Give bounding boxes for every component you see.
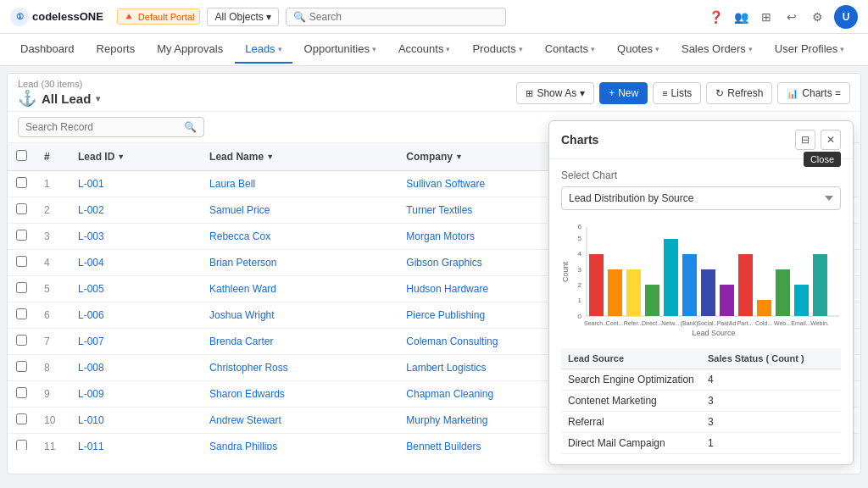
lists-button[interactable]: ≡ Lists <box>653 82 701 104</box>
list-title-arrow-icon[interactable]: ▾ <box>96 94 100 103</box>
users-icon[interactable]: 👥 <box>732 8 749 25</box>
row-checkbox[interactable] <box>16 335 27 346</box>
second-nav: Dashboard Reports My Approvals Leads ▾ O… <box>0 34 868 66</box>
plus-icon: + <box>609 87 615 99</box>
cell-lead-name[interactable]: Joshua Wright <box>201 302 398 329</box>
cell-checkbox[interactable] <box>8 434 36 451</box>
cell-lead-id[interactable]: L-004 <box>70 250 201 276</box>
cell-lead-id[interactable]: L-003 <box>70 224 201 250</box>
nav-quotes[interactable]: Quotes ▾ <box>607 36 670 64</box>
cell-checkbox[interactable] <box>8 250 36 276</box>
row-checkbox[interactable] <box>16 203 27 214</box>
nav-products[interactable]: Products ▾ <box>462 36 532 64</box>
svg-text:Webin.: Webin. <box>810 320 829 326</box>
nav-contacts[interactable]: Contacts ▾ <box>535 36 605 64</box>
cell-lead-name[interactable]: Kathleen Ward <box>201 276 398 302</box>
legend-source: Contenet Marketing <box>561 391 701 412</box>
global-search-input[interactable] <box>309 11 498 23</box>
cell-num: 3 <box>36 224 70 250</box>
cell-checkbox[interactable] <box>8 408 36 434</box>
chart-type-select[interactable]: Lead Distribution by Source Lead Distrib… <box>561 186 841 210</box>
cell-checkbox[interactable] <box>8 276 36 302</box>
nav-reports[interactable]: Reports <box>86 36 146 64</box>
cell-lead-id[interactable]: L-006 <box>70 302 201 329</box>
logo: ① codelessONE <box>10 8 103 26</box>
cell-lead-name[interactable]: Andrew Stewart <box>201 408 398 434</box>
cell-checkbox[interactable] <box>8 329 36 355</box>
nav-opportunities[interactable]: Opportunities ▾ <box>294 36 387 64</box>
cell-lead-id[interactable]: L-005 <box>70 276 201 302</box>
row-checkbox[interactable] <box>16 413 27 424</box>
new-button[interactable]: + New <box>599 82 648 104</box>
user-profiles-arrow-icon: ▾ <box>840 45 844 53</box>
search-icon: 🔍 <box>293 11 306 23</box>
row-checkbox[interactable] <box>16 256 27 267</box>
legend-source: Referral <box>561 412 701 433</box>
refresh-icon: ↻ <box>715 87 724 99</box>
select-all-checkbox[interactable] <box>16 150 27 161</box>
cell-checkbox[interactable] <box>8 224 36 250</box>
search-record-input[interactable] <box>25 121 181 133</box>
anchor-icon: ⚓ <box>18 89 36 108</box>
cell-checkbox[interactable] <box>8 381 36 408</box>
cell-lead-id[interactable]: L-009 <box>70 381 201 408</box>
cell-num: 5 <box>36 276 70 302</box>
cell-lead-id[interactable]: L-008 <box>70 355 201 381</box>
cell-lead-id[interactable]: L-001 <box>70 171 201 197</box>
row-checkbox[interactable] <box>16 440 27 450</box>
cell-lead-name[interactable]: Sharon Edwards <box>201 381 398 408</box>
cell-checkbox[interactable] <box>8 355 36 381</box>
col-lead-name[interactable]: Lead Name ▼ <box>201 143 398 171</box>
col-lead-id[interactable]: Lead ID ▼ <box>70 143 201 171</box>
global-search-bar[interactable]: 🔍 <box>286 8 506 26</box>
bar-chart-area: Count 0 1 2 3 4 5 6 Search... <box>561 219 841 340</box>
nav-accounts[interactable]: Accounts ▾ <box>388 36 460 64</box>
cell-checkbox[interactable] <box>8 171 36 197</box>
cell-lead-name[interactable]: Rebecca Cox <box>201 224 398 250</box>
row-checkbox[interactable] <box>16 361 27 372</box>
nav-user-profiles[interactable]: User Profiles ▾ <box>765 36 854 64</box>
cell-lead-name[interactable]: Brian Peterson <box>201 250 398 276</box>
svg-text:Direct...: Direct... <box>642 320 662 326</box>
sales-orders-arrow-icon: ▾ <box>748 45 753 53</box>
row-checkbox[interactable] <box>16 387 27 398</box>
cell-lead-name[interactable]: Laura Bell <box>201 171 398 197</box>
settings-icon[interactable]: ⚙ <box>809 8 826 25</box>
cell-lead-name[interactable]: Christopher Ross <box>201 355 398 381</box>
charts-button[interactable]: 📊 Charts = <box>777 82 850 104</box>
nav-sales-orders[interactable]: Sales Orders ▾ <box>671 36 763 64</box>
history-icon[interactable]: ↩ <box>783 8 800 25</box>
minimize-panel-button[interactable]: ⊟ <box>795 130 815 150</box>
refresh-button[interactable]: ↻ Refresh <box>706 82 772 104</box>
nav-approvals[interactable]: My Approvals <box>147 36 233 64</box>
cell-lead-name[interactable]: Samuel Price <box>201 197 398 224</box>
cell-checkbox[interactable] <box>8 197 36 224</box>
row-checkbox[interactable] <box>16 282 27 293</box>
all-objects-button[interactable]: All Objects ▾ <box>207 8 278 26</box>
svg-rect-34 <box>813 254 827 316</box>
grid-icon[interactable]: ⊞ <box>758 8 775 25</box>
cell-lead-name[interactable]: Sandra Phillips <box>201 434 398 451</box>
select-all-header[interactable] <box>8 143 36 171</box>
user-avatar[interactable]: U <box>834 5 858 29</box>
quotes-arrow-icon: ▾ <box>655 45 659 53</box>
cell-num: 2 <box>36 197 70 224</box>
help-icon[interactable]: ❓ <box>707 8 724 25</box>
cell-lead-id[interactable]: L-007 <box>70 329 201 355</box>
search-input-wrap[interactable]: 🔍 <box>18 117 204 137</box>
show-as-button[interactable]: ⊞ Show As ▾ <box>516 82 594 104</box>
nav-dashboard[interactable]: Dashboard <box>10 36 85 64</box>
row-checkbox[interactable] <box>16 308 27 319</box>
close-panel-button[interactable]: ✕ <box>821 130 841 150</box>
nav-leads[interactable]: Leads ▾ <box>235 36 292 64</box>
cell-lead-name[interactable]: Brenda Carter <box>201 329 398 355</box>
charts-header-actions: ⊟ ✕ Close <box>795 130 841 150</box>
cell-checkbox[interactable] <box>8 302 36 329</box>
row-checkbox[interactable] <box>16 177 27 188</box>
row-checkbox[interactable] <box>16 230 27 241</box>
cell-lead-id[interactable]: L-010 <box>70 408 201 434</box>
col-num: # <box>36 143 70 171</box>
cell-lead-id[interactable]: L-011 <box>70 434 201 451</box>
portal-badge[interactable]: 🔺 Default Portal <box>117 8 201 25</box>
cell-lead-id[interactable]: L-002 <box>70 197 201 224</box>
